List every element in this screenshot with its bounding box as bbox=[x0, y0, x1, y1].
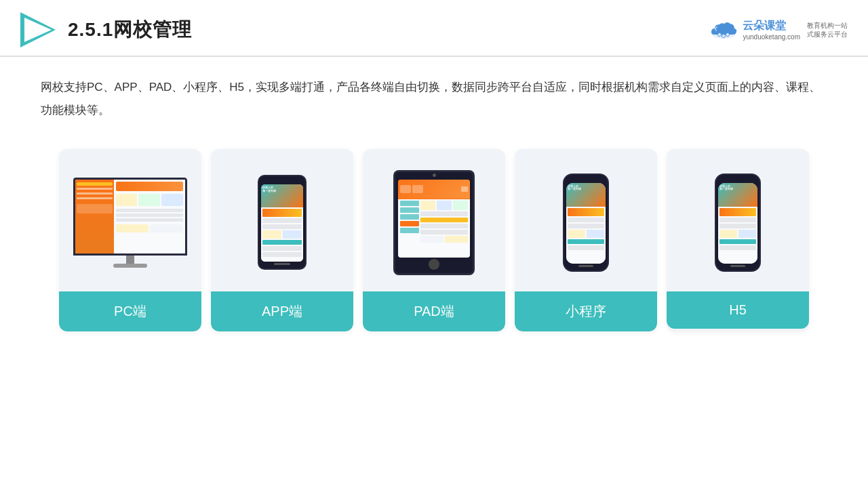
card-pad-image bbox=[363, 149, 505, 291]
card-h5-image: 职通人的第一堂判课 bbox=[667, 149, 809, 291]
thin-phone-notch bbox=[578, 178, 593, 181]
card-pc-image bbox=[59, 149, 201, 291]
tablet-device bbox=[393, 170, 475, 275]
tablet-camera bbox=[433, 174, 436, 177]
phone-notch bbox=[275, 178, 289, 182]
card-miniprogram-label: 小程序 bbox=[515, 291, 657, 331]
card-app-image: 职通人的第一堂判课 bbox=[211, 149, 353, 291]
header-right: 云朵课堂 yunduoketang.com 教育机构一站 式服务云平台 bbox=[709, 19, 848, 41]
brand-name: 云朵课堂 bbox=[743, 19, 800, 32]
card-miniprogram-image: 职通人的第一堂判课 bbox=[515, 149, 657, 291]
monitor-content bbox=[75, 180, 185, 253]
phone-device-app: 职通人的第一堂判课 bbox=[258, 175, 307, 270]
card-pad: PAD端 bbox=[363, 149, 505, 331]
thin-phone-h5-home-bar bbox=[730, 265, 745, 267]
brand-cloud-icon bbox=[709, 20, 738, 40]
card-app: 职通人的第一堂判课 bbox=[211, 149, 353, 331]
tablet-home-button bbox=[429, 259, 439, 270]
logo-icon bbox=[20, 12, 56, 47]
svg-point-5 bbox=[726, 33, 730, 37]
brand-info: 云朵课堂 yunduoketang.com bbox=[743, 19, 800, 41]
card-pc: PC端 bbox=[59, 149, 201, 331]
header: 2.5.1网校管理 云朵课堂 yunduoketang.com 教育机构一站 式… bbox=[0, 0, 868, 57]
card-miniprogram: 职通人的第一堂判课 bbox=[515, 149, 657, 331]
brand-logo: 云朵课堂 yunduoketang.com 教育机构一站 式服务云平台 bbox=[709, 19, 848, 41]
svg-point-3 bbox=[718, 33, 722, 37]
card-pad-label: PAD端 bbox=[363, 291, 505, 331]
card-app-label: APP端 bbox=[211, 291, 353, 331]
phone-home-bar bbox=[274, 263, 290, 265]
thin-phone-h5: 职通人的第一堂判课 bbox=[715, 174, 761, 272]
card-h5: 职通人的第一堂判课 bbox=[667, 149, 809, 331]
card-h5-label: H5 bbox=[667, 291, 809, 329]
page-title: 2.5.1网校管理 bbox=[68, 17, 192, 43]
brand-domain: yunduoketang.com bbox=[743, 33, 800, 41]
thin-phone-home-bar bbox=[578, 265, 593, 267]
brand-tagline: 教育机构一站 式服务云平台 bbox=[807, 21, 848, 39]
description-text: 网校支持PC、APP、PAD、小程序、H5，实现多端打通，产品各终端自由切换，数… bbox=[0, 57, 868, 129]
thin-phone-h5-notch bbox=[730, 178, 745, 181]
thin-phone-h5-screen: 职通人的第一堂判课 bbox=[718, 183, 757, 264]
phone-screen: 职通人的第一堂判课 bbox=[261, 184, 303, 262]
cards-container: PC端 职通人的第一堂判课 bbox=[0, 129, 868, 352]
thin-phone-screen: 职通人的第一堂判课 bbox=[566, 183, 606, 264]
monitor-screen bbox=[73, 178, 187, 256]
svg-point-4 bbox=[722, 35, 726, 38]
card-pc-label: PC端 bbox=[59, 291, 201, 331]
header-left: 2.5.1网校管理 bbox=[20, 12, 192, 47]
thin-phone-miniprogram: 职通人的第一堂判课 bbox=[563, 174, 609, 272]
tablet-screen bbox=[398, 180, 470, 258]
monitor-device bbox=[73, 178, 187, 268]
